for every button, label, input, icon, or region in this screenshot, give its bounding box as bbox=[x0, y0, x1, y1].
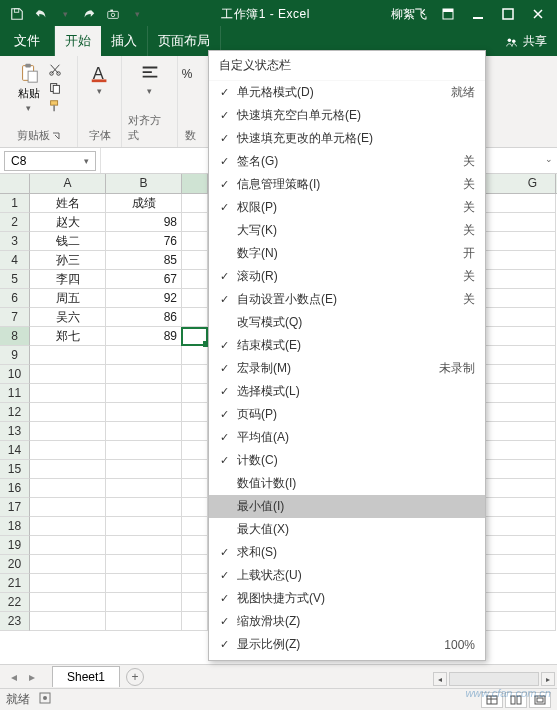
cell[interactable] bbox=[106, 441, 182, 460]
cell[interactable] bbox=[510, 289, 556, 308]
view-normal-icon[interactable] bbox=[481, 692, 503, 708]
row-header[interactable]: 16 bbox=[0, 479, 30, 498]
cell[interactable] bbox=[30, 593, 106, 612]
cell[interactable] bbox=[510, 251, 556, 270]
cell[interactable] bbox=[182, 422, 208, 441]
context-menu-item[interactable]: ✓页码(P) bbox=[209, 403, 485, 426]
dialog-launcher-icon[interactable] bbox=[52, 132, 60, 140]
cell[interactable] bbox=[106, 498, 182, 517]
undo-dropdown-icon[interactable]: ▾ bbox=[56, 5, 74, 23]
row-header[interactable]: 14 bbox=[0, 441, 30, 460]
formula-expand-icon[interactable]: ⌄ bbox=[545, 154, 553, 164]
row-header[interactable]: 15 bbox=[0, 460, 30, 479]
cell[interactable] bbox=[182, 289, 208, 308]
cell[interactable] bbox=[510, 460, 556, 479]
cell[interactable] bbox=[182, 612, 208, 631]
view-pagebreak-icon[interactable] bbox=[529, 692, 551, 708]
cell[interactable]: 李四 bbox=[30, 270, 106, 289]
cut-icon[interactable] bbox=[46, 62, 64, 78]
row-header[interactable]: 20 bbox=[0, 555, 30, 574]
cell[interactable] bbox=[182, 498, 208, 517]
cell[interactable]: 郑七 bbox=[30, 327, 106, 346]
cell[interactable] bbox=[510, 270, 556, 289]
horizontal-scrollbar[interactable]: ◂ ▸ bbox=[433, 672, 555, 686]
cell[interactable] bbox=[182, 479, 208, 498]
cell[interactable] bbox=[182, 365, 208, 384]
cell[interactable] bbox=[30, 403, 106, 422]
col-B[interactable]: B bbox=[106, 174, 182, 193]
cell[interactable] bbox=[182, 384, 208, 403]
camera-icon[interactable] bbox=[104, 5, 122, 23]
row-header[interactable]: 18 bbox=[0, 517, 30, 536]
cell[interactable] bbox=[510, 384, 556, 403]
cell[interactable] bbox=[182, 460, 208, 479]
cell[interactable] bbox=[510, 308, 556, 327]
minimize-icon[interactable] bbox=[463, 0, 493, 28]
context-menu-item[interactable]: ✓信息管理策略(I)关 bbox=[209, 173, 485, 196]
row-header[interactable]: 5 bbox=[0, 270, 30, 289]
cell[interactable] bbox=[510, 403, 556, 422]
cell[interactable] bbox=[182, 555, 208, 574]
context-menu-item[interactable]: ✓视图快捷方式(V) bbox=[209, 587, 485, 610]
context-menu-item[interactable]: ✓签名(G)关 bbox=[209, 150, 485, 173]
context-menu-item[interactable]: 数值计数(I) bbox=[209, 472, 485, 495]
cell[interactable] bbox=[510, 441, 556, 460]
name-box-dropdown-icon[interactable]: ▾ bbox=[84, 156, 89, 166]
tab-file[interactable]: 文件 bbox=[0, 26, 55, 56]
context-menu-item[interactable]: 数字(N)开 bbox=[209, 242, 485, 265]
context-menu-item[interactable]: ✓权限(P)关 bbox=[209, 196, 485, 219]
cell[interactable]: 姓名 bbox=[30, 194, 106, 213]
cell[interactable] bbox=[510, 327, 556, 346]
cell[interactable]: 92 bbox=[106, 289, 182, 308]
row-header[interactable]: 9 bbox=[0, 346, 30, 365]
cell[interactable] bbox=[30, 517, 106, 536]
row-header[interactable]: 10 bbox=[0, 365, 30, 384]
cell[interactable] bbox=[510, 593, 556, 612]
cell[interactable] bbox=[106, 536, 182, 555]
cell[interactable] bbox=[182, 232, 208, 251]
paste-dropdown-icon[interactable]: ▾ bbox=[26, 103, 31, 113]
row-header[interactable]: 19 bbox=[0, 536, 30, 555]
cell[interactable] bbox=[106, 479, 182, 498]
cell[interactable] bbox=[510, 479, 556, 498]
sheet-nav[interactable]: ◂▸ bbox=[6, 670, 40, 684]
cell[interactable] bbox=[510, 498, 556, 517]
maximize-icon[interactable] bbox=[493, 0, 523, 28]
context-menu-item[interactable]: ✓显示比例(Z)100% bbox=[209, 633, 485, 656]
col-G[interactable]: G bbox=[510, 174, 556, 193]
row-header[interactable]: 21 bbox=[0, 574, 30, 593]
name-box[interactable]: C8 ▾ bbox=[4, 151, 96, 171]
context-menu-item[interactable]: ✓缩放滑块(Z) bbox=[209, 610, 485, 633]
cell[interactable]: 成绩 bbox=[106, 194, 182, 213]
cell[interactable]: 周五 bbox=[30, 289, 106, 308]
row-header[interactable]: 23 bbox=[0, 612, 30, 631]
add-sheet-button[interactable]: + bbox=[126, 668, 144, 686]
cell[interactable] bbox=[106, 574, 182, 593]
context-menu-item[interactable]: 改写模式(Q) bbox=[209, 311, 485, 334]
cell[interactable] bbox=[106, 346, 182, 365]
cell[interactable] bbox=[182, 308, 208, 327]
cell[interactable] bbox=[510, 213, 556, 232]
status-bar[interactable]: 就绪 bbox=[0, 688, 557, 710]
copy-icon[interactable] bbox=[46, 80, 64, 96]
cell[interactable]: 86 bbox=[106, 308, 182, 327]
row-header[interactable]: 11 bbox=[0, 384, 30, 403]
col-C-partial[interactable] bbox=[182, 174, 208, 193]
row-header[interactable]: 1 bbox=[0, 194, 30, 213]
cell[interactable] bbox=[106, 612, 182, 631]
share-button[interactable]: 共享 bbox=[495, 27, 557, 56]
cell[interactable] bbox=[510, 574, 556, 593]
row-header[interactable]: 8 bbox=[0, 327, 30, 346]
cell[interactable] bbox=[106, 593, 182, 612]
context-menu-item[interactable]: ✓结束模式(E) bbox=[209, 334, 485, 357]
context-menu-item[interactable]: ✓快速填充空白单元格(E) bbox=[209, 104, 485, 127]
context-menu-item[interactable]: ✓计数(C) bbox=[209, 449, 485, 472]
context-menu-item[interactable]: ✓自动设置小数点(E)关 bbox=[209, 288, 485, 311]
cell[interactable]: 67 bbox=[106, 270, 182, 289]
tab-insert[interactable]: 插入 bbox=[101, 26, 148, 56]
cell[interactable]: 吴六 bbox=[30, 308, 106, 327]
context-menu-item[interactable]: ✓宏录制(M)未录制 bbox=[209, 357, 485, 380]
tab-home[interactable]: 开始 bbox=[55, 26, 101, 56]
cell[interactable] bbox=[30, 555, 106, 574]
scroll-track[interactable] bbox=[449, 672, 539, 686]
